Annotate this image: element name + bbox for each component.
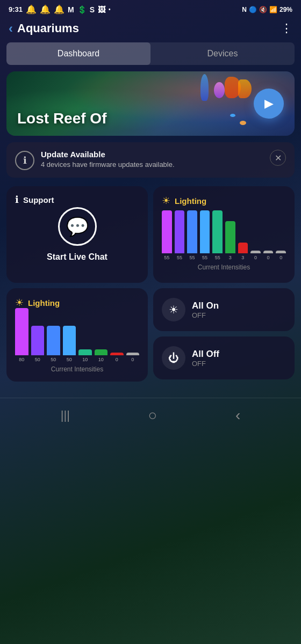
- intensity-bar: [200, 210, 210, 253]
- play-button[interactable]: ▶: [254, 89, 284, 119]
- bar-label: 0: [280, 255, 282, 260]
- intensity-bar: [95, 349, 108, 355]
- all-on-icon: ☀: [162, 298, 185, 321]
- lighting-header-2: ☀ Lighting: [15, 297, 139, 309]
- intensities-label-2: Current Intensities: [15, 365, 139, 373]
- bar-label: 0: [116, 357, 118, 362]
- intensity-bar: [250, 251, 261, 253]
- home-button[interactable]: ○: [148, 407, 157, 424]
- update-text: Update Available 4 devices have firmware…: [41, 150, 263, 170]
- bar-label: 55: [164, 255, 169, 260]
- bar-label: 50: [51, 357, 56, 362]
- bar-label: 55: [215, 255, 220, 260]
- bar-wrapper: 0: [276, 251, 286, 260]
- back-button[interactable]: ‹: [235, 407, 240, 424]
- bar-label: 0: [267, 255, 270, 260]
- lighting-title-1: Lighting: [175, 196, 206, 206]
- bar-wrapper: 55: [212, 210, 223, 260]
- intensities-label-1: Current Intensities: [162, 264, 286, 271]
- bar-label: 55: [177, 255, 182, 260]
- bar-wrapper: 0: [250, 251, 261, 260]
- bar-label: 0: [254, 255, 257, 260]
- fish-decoration: [240, 121, 246, 125]
- all-off-icon: ⏻: [162, 346, 185, 370]
- bar-label: 55: [202, 255, 207, 260]
- intensity-bar: [276, 251, 286, 253]
- status-time: 9:31 🔔 🔔 🔔 M 💲 S 🖼 •: [9, 4, 111, 14]
- intensity-bar: [238, 243, 248, 253]
- bar-wrapper: 0: [110, 353, 124, 362]
- bar-label: 10: [82, 357, 88, 362]
- bar-wrapper: 0: [126, 353, 140, 362]
- bar-label: 50: [35, 357, 40, 362]
- bar-wrapper: 55: [175, 210, 185, 260]
- bar-label: 55: [189, 255, 195, 260]
- all-on-text: All On OFF: [192, 301, 219, 319]
- bar-wrapper: 50: [63, 326, 76, 362]
- all-off-card[interactable]: ⏻ All Off OFF: [153, 336, 295, 379]
- intensity-bars-1: 555555555533000: [162, 212, 286, 260]
- intensity-bars-2: 80505050101000: [15, 314, 139, 362]
- all-on-card[interactable]: ☀ All On OFF: [153, 288, 295, 331]
- bar-wrapper: 55: [200, 210, 210, 260]
- live-chat-label: Start Live Chat: [47, 252, 108, 262]
- status-bar: 9:31 🔔 🔔 🔔 M 💲 S 🖼 • N 🔵 🔇 📶 29%: [0, 0, 301, 17]
- intensity-bar: [31, 326, 45, 355]
- intensity-bar: [110, 353, 124, 355]
- intensity-bar: [212, 210, 223, 253]
- bar-wrapper: 10: [95, 349, 108, 362]
- bar-label: 50: [67, 357, 72, 362]
- intensity-bar: [162, 210, 172, 253]
- page-title: Aquariums: [17, 21, 79, 35]
- bar-wrapper: 0: [263, 251, 274, 260]
- bar-wrapper: 50: [31, 326, 45, 362]
- support-title: Support: [23, 195, 54, 204]
- sun-icon: ☀: [162, 195, 170, 207]
- update-close-button[interactable]: ✕: [270, 150, 286, 166]
- bar-label: 0: [131, 357, 134, 362]
- intensity-bar: [175, 210, 185, 253]
- tab-dashboard[interactable]: Dashboard: [6, 42, 150, 65]
- bar-wrapper: 55: [187, 210, 197, 260]
- bar-wrapper: 3: [225, 221, 235, 260]
- coral-decoration: [200, 74, 209, 101]
- info-icon: ℹ: [15, 194, 19, 206]
- intensity-bar: [78, 349, 92, 355]
- back-arrow-icon[interactable]: ‹: [9, 21, 13, 36]
- hero-banner: Lost Reef Of ▶: [6, 71, 295, 136]
- update-description: 4 devices have firmware updates availabl…: [41, 160, 263, 170]
- bottom-navigation: ||| ○ ‹: [0, 398, 301, 433]
- fish-decoration: [230, 114, 235, 117]
- bar-label: 80: [19, 357, 24, 362]
- controls-column: ☀ All On OFF ⏻ All Off OFF: [153, 288, 295, 382]
- more-options-button[interactable]: ⋮: [281, 21, 292, 35]
- lighting-title-2: Lighting: [28, 298, 60, 308]
- all-off-text: All Off OFF: [192, 349, 219, 368]
- update-banner: ℹ Update Available 4 devices have firmwa…: [6, 142, 295, 178]
- coral-decoration: [214, 82, 225, 98]
- coral-decoration: [238, 79, 252, 98]
- lighting-card-1[interactable]: ☀ Lighting 555555555533000 Current Inten…: [153, 186, 295, 283]
- menu-button[interactable]: |||: [61, 408, 70, 422]
- tab-devices[interactable]: Devices: [150, 42, 295, 65]
- intensity-bar: [63, 326, 76, 355]
- support-card[interactable]: ℹ Support 💬 Start Live Chat: [6, 186, 148, 283]
- bar-wrapper: 55: [162, 210, 172, 260]
- intensity-bar: [15, 308, 28, 355]
- header-back-section[interactable]: ‹ Aquariums: [9, 21, 79, 36]
- intensity-bar: [187, 210, 197, 253]
- intensity-bar: [47, 326, 60, 355]
- support-header: ℹ Support: [15, 194, 54, 206]
- all-off-title: All Off: [192, 349, 219, 360]
- app-header: ‹ Aquariums ⋮: [0, 17, 301, 42]
- all-off-status: OFF: [192, 360, 219, 368]
- update-title: Update Available: [41, 150, 263, 159]
- bar-wrapper: 3: [238, 243, 248, 260]
- status-icons: N 🔵 🔇 📶 29%: [242, 6, 292, 13]
- hero-title: Lost Reef Of: [17, 110, 106, 127]
- lighting-card-2[interactable]: ☀ Lighting 80505050101000 Current Intens…: [6, 288, 148, 382]
- bar-wrapper: 50: [47, 326, 60, 362]
- intensity-bar: [263, 251, 274, 253]
- tab-bar: Dashboard Devices: [6, 42, 295, 65]
- all-on-title: All On: [192, 301, 219, 311]
